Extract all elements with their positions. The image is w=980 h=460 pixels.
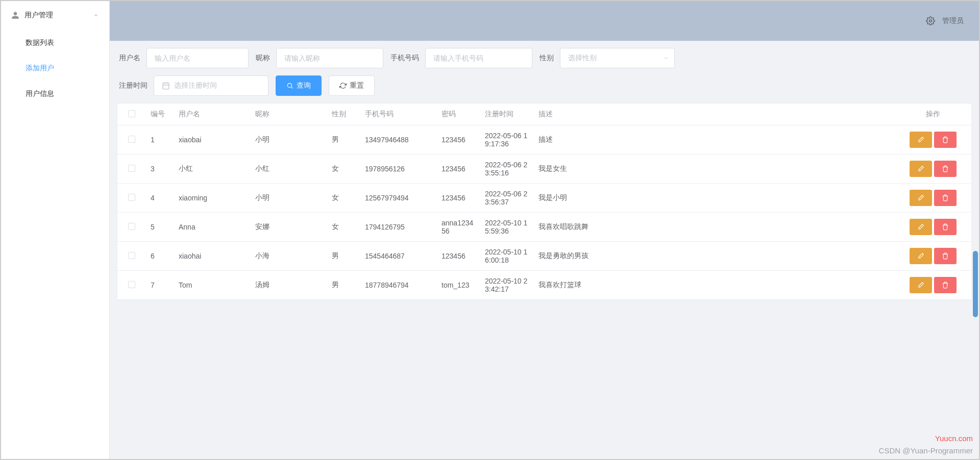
scrollbar-thumb[interactable] [973, 251, 978, 317]
cell-phone: 1545464687 [360, 242, 436, 271]
delete-button[interactable] [934, 219, 957, 235]
row-checkbox[interactable] [128, 281, 135, 288]
edit-button[interactable] [910, 248, 932, 264]
sidebar-item-0[interactable]: 数据列表 [1, 30, 109, 55]
cell-gender: 女 [327, 213, 360, 242]
sidebar-group-user[interactable]: 用户管理 [1, 1, 109, 30]
row-checkbox[interactable] [128, 194, 135, 201]
regtime-label: 注册时间 [119, 81, 148, 90]
th-id: 编号 [145, 104, 174, 125]
username-input[interactable] [146, 48, 249, 68]
table-row: 4xiaoming小明女125679794941234562022-05-06 … [117, 184, 971, 213]
row-checkbox[interactable] [128, 223, 135, 230]
delete-button[interactable] [934, 277, 957, 293]
th-phone: 手机号码 [360, 104, 436, 125]
topbar: 管理员 [110, 1, 979, 41]
search-button[interactable]: 查询 [276, 75, 322, 96]
cell-phone: 1978956126 [360, 155, 436, 184]
edit-button[interactable] [910, 219, 932, 235]
row-checkbox[interactable] [128, 165, 135, 172]
trash-icon [942, 252, 949, 260]
delete-button[interactable] [934, 248, 957, 264]
delete-button[interactable] [934, 190, 957, 206]
table-row: 1xiaobai小明男134979464881234562022-05-06 1… [117, 125, 971, 155]
cell-id: 5 [145, 213, 174, 242]
delete-button[interactable] [934, 161, 957, 177]
cell-gender: 女 [327, 155, 360, 184]
cell-password: 123456 [436, 184, 480, 213]
edit-icon [917, 136, 924, 143]
nickname-label: 昵称 [256, 54, 270, 63]
filter-row-1: 用户名 昵称 手机号码 性别 选择性别 [117, 48, 972, 68]
cell-id: 4 [145, 184, 174, 213]
svg-line-6 [291, 87, 293, 89]
cell-phone: 18778946794 [360, 271, 436, 300]
cell-username: xiaobai [174, 125, 250, 155]
sidebar-item-1[interactable]: 添加用户 [1, 55, 109, 81]
user-icon [11, 11, 19, 19]
cell-gender: 男 [327, 125, 360, 155]
cell-nickname: 汤姆 [250, 271, 327, 300]
edit-button[interactable] [910, 161, 932, 177]
th-op: 操作 [895, 104, 971, 125]
sidebar: 用户管理 数据列表添加用户用户信息 [1, 1, 110, 459]
nickname-input[interactable] [276, 48, 383, 68]
cell-id: 1 [145, 125, 174, 155]
cell-id: 7 [145, 271, 174, 300]
edit-button[interactable] [910, 190, 932, 206]
svg-rect-1 [163, 83, 169, 89]
table-row: 7Tom汤姆男18778946794tom_1232022-05-10 23:4… [117, 271, 971, 300]
cell-username: xiaohai [174, 242, 250, 271]
chevron-down-icon [663, 55, 669, 61]
table-row: 6xiaohai小海男15454646871234562022-05-10 16… [117, 242, 971, 271]
cell-phone: 12567979494 [360, 184, 436, 213]
select-all-checkbox[interactable] [128, 110, 135, 117]
phone-label: 手机号码 [390, 54, 419, 63]
regtime-input[interactable]: 选择注册时间 [154, 75, 268, 96]
phone-input[interactable] [425, 48, 532, 68]
cell-nickname: 小红 [250, 155, 327, 184]
filter-row-2: 注册时间 选择注册时间 查询 重置 [117, 75, 972, 96]
topbar-role[interactable]: 管理员 [942, 16, 964, 25]
cell-username: Tom [174, 271, 250, 300]
edit-icon [917, 165, 924, 172]
sidebar-item-2[interactable]: 用户信息 [1, 81, 109, 106]
reset-button[interactable]: 重置 [329, 75, 375, 96]
cell-desc: 描述 [533, 125, 895, 155]
cell-phone: 1794126795 [360, 213, 436, 242]
cell-nickname: 小明 [250, 125, 327, 155]
calendar-icon [162, 82, 170, 90]
cell-password: 123456 [436, 155, 480, 184]
cell-id: 3 [145, 155, 174, 184]
edit-icon [917, 223, 924, 231]
edit-button[interactable] [910, 277, 932, 293]
cell-username: Anna [174, 213, 250, 242]
th-regtime: 注册时间 [480, 104, 533, 125]
cell-regtime: 2022-05-06 19:17:36 [480, 125, 533, 155]
content: 用户名 昵称 手机号码 性别 选择性别 [110, 41, 979, 459]
cell-username: 小红 [174, 155, 250, 184]
row-checkbox[interactable] [128, 252, 135, 259]
gender-label: 性别 [540, 54, 554, 63]
cell-id: 6 [145, 242, 174, 271]
cell-desc: 我是勇敢的男孩 [533, 242, 895, 271]
cell-password: anna123456 [436, 213, 480, 242]
row-checkbox[interactable] [128, 136, 135, 143]
cell-regtime: 2022-05-10 23:42:17 [480, 271, 533, 300]
cell-password: 123456 [436, 125, 480, 155]
edit-button[interactable] [910, 132, 932, 148]
delete-button[interactable] [934, 132, 957, 148]
gear-icon[interactable] [926, 16, 935, 25]
sidebar-group-label: 用户管理 [24, 11, 93, 20]
cell-desc: 我喜欢唱歌跳舞 [533, 213, 895, 242]
cell-regtime: 2022-05-06 23:55:16 [480, 155, 533, 184]
cell-regtime: 2022-05-06 23:56:37 [480, 184, 533, 213]
cell-phone: 13497946488 [360, 125, 436, 155]
trash-icon [942, 194, 949, 201]
cell-nickname: 小海 [250, 242, 327, 271]
cell-gender: 男 [327, 271, 360, 300]
gender-select[interactable]: 选择性别 [560, 48, 675, 68]
cell-desc: 我是女生 [533, 155, 895, 184]
cell-regtime: 2022-05-10 16:00:18 [480, 242, 533, 271]
main: 管理员 用户名 昵称 手机号码 性别 选择性别 [110, 1, 979, 459]
